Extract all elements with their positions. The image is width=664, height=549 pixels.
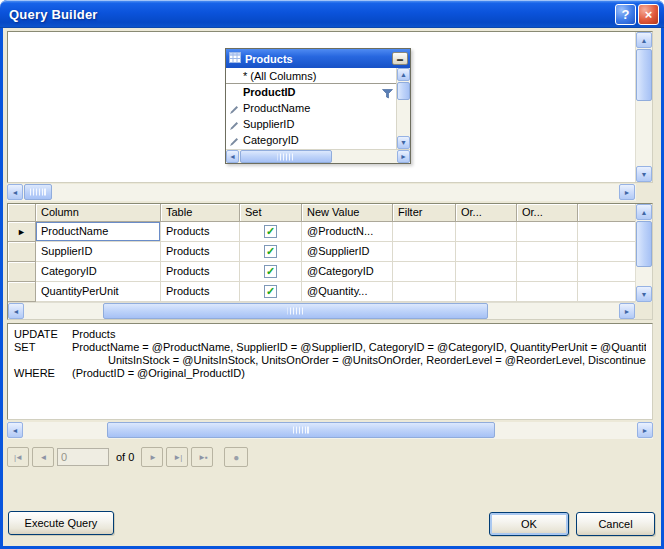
scroll-thumb[interactable] <box>240 150 332 163</box>
scroll-right-button[interactable]: ► <box>619 184 635 200</box>
ok-button[interactable]: OK <box>489 512 569 536</box>
grid-cell-table[interactable]: Products <box>161 282 240 302</box>
grid-horizontal-scrollbar[interactable]: ◄ ► <box>8 302 635 319</box>
diagram-pane[interactable]: Products ▬ * (All Columns) ProductID <box>7 31 653 183</box>
move-previous-button[interactable]: ◄ <box>32 447 54 467</box>
grid-cell-table[interactable]: Products <box>161 222 240 242</box>
scroll-left-button[interactable]: ◄ <box>8 303 24 319</box>
scroll-down-button[interactable]: ▼ <box>397 136 410 149</box>
scroll-thumb[interactable] <box>636 221 652 267</box>
grid-cell-column[interactable]: ProductName <box>36 222 161 242</box>
grid-cell-or1[interactable] <box>456 222 517 242</box>
criteria-grid: Column Table Set New Value Filter Or... … <box>8 204 637 302</box>
scroll-up-button[interactable]: ▲ <box>636 204 652 220</box>
grid-header-column[interactable]: Column <box>36 204 161 222</box>
scroll-up-button[interactable]: ▲ <box>397 68 410 81</box>
table-horizontal-scrollbar[interactable]: ◄ ► <box>226 149 410 163</box>
sql-pane[interactable]: UPDATE Products SET ProductName = @Produ… <box>7 323 653 420</box>
move-next-button[interactable]: ► <box>141 447 163 467</box>
grid-cell-or1[interactable] <box>456 282 517 302</box>
column-item-all-columns[interactable]: * (All Columns) <box>226 68 410 84</box>
grid-cell-new-value[interactable]: @Quantity... <box>302 282 393 302</box>
execute-query-button[interactable]: Execute Query <box>8 511 114 535</box>
scroll-thumb[interactable] <box>397 82 410 100</box>
grid-cell-set[interactable]: ✓ <box>240 262 302 282</box>
move-last-button[interactable]: ►| <box>166 447 188 467</box>
products-table-window[interactable]: Products ▬ * (All Columns) ProductID <box>225 48 411 164</box>
scroll-thumb[interactable] <box>636 49 652 101</box>
grid-cell-column[interactable]: QuantityPerUnit <box>36 282 161 302</box>
set-checkbox[interactable]: ✓ <box>264 285 277 298</box>
cancel-query-button[interactable]: ● <box>224 447 248 467</box>
grid-cell-or2[interactable] <box>517 242 578 262</box>
diagram-horizontal-scrollbar[interactable]: ◄ ► <box>7 184 653 201</box>
grid-cell-set[interactable]: ✓ <box>240 282 302 302</box>
grid-cell-or1[interactable] <box>456 242 517 262</box>
grid-cell-column[interactable]: SupplierID <box>36 242 161 262</box>
scroll-left-button[interactable]: ◄ <box>7 422 23 438</box>
scroll-right-button[interactable]: ► <box>619 303 635 319</box>
scroll-right-button[interactable]: ► <box>637 422 653 438</box>
grid-header-new-value[interactable]: New Value <box>302 204 393 222</box>
row-selector[interactable] <box>8 242 36 262</box>
set-checkbox[interactable]: ✓ <box>264 225 277 238</box>
row-selector[interactable] <box>8 282 36 302</box>
titlebar[interactable]: Query Builder ? × <box>0 0 664 28</box>
grid-cell-or2[interactable] <box>517 262 578 282</box>
grid-cell-set[interactable]: ✓ <box>240 242 302 262</box>
grid-vertical-scrollbar[interactable]: ▲ ▼ <box>635 204 652 302</box>
grid-header-selector[interactable] <box>8 204 36 222</box>
grid-cell-or2[interactable] <box>517 222 578 242</box>
grid-cell-filter[interactable] <box>393 262 456 282</box>
grid-header-table[interactable]: Table <box>161 204 240 222</box>
grid-cell-set[interactable]: ✓ <box>240 222 302 242</box>
scroll-down-button[interactable]: ▼ <box>636 286 652 302</box>
grid-header-or1[interactable]: Or... <box>456 204 517 222</box>
record-position-input[interactable] <box>57 448 109 466</box>
grid-header-filter[interactable]: Filter <box>393 204 456 222</box>
grid-cell-new-value[interactable]: @ProductN... <box>302 222 393 242</box>
scroll-right-button[interactable]: ► <box>397 150 410 163</box>
grid-cell-column[interactable]: CategoryID <box>36 262 161 282</box>
row-selector[interactable] <box>8 262 36 282</box>
grid-cell-new-value[interactable]: @SupplierID <box>302 242 393 262</box>
cancel-button[interactable]: Cancel <box>576 512 655 536</box>
column-item-categoryid[interactable]: CategoryID <box>226 132 410 148</box>
sql-horizontal-scrollbar[interactable]: ◄ ► <box>7 422 653 439</box>
grid-cell-filter[interactable] <box>393 242 456 262</box>
grid-header-filler <box>578 204 637 222</box>
column-item-productid[interactable]: ProductID <box>226 84 410 100</box>
grid-cell-filler <box>578 222 637 242</box>
close-button[interactable]: × <box>638 4 659 25</box>
column-item-supplierid[interactable]: SupplierID <box>226 116 410 132</box>
table-vertical-scrollbar[interactable]: ▲ ▼ <box>396 68 410 149</box>
scroll-up-button[interactable]: ▲ <box>636 32 652 48</box>
arrow-up-icon: ▲ <box>400 71 407 78</box>
move-first-button[interactable]: |◄ <box>7 447 29 467</box>
grid-cell-or2[interactable] <box>517 282 578 302</box>
column-item-productname[interactable]: ProductName <box>226 100 410 116</box>
scroll-thumb[interactable] <box>107 422 495 438</box>
grid-cell-filter[interactable] <box>393 282 456 302</box>
set-checkbox[interactable]: ✓ <box>264 265 277 278</box>
scroll-left-button[interactable]: ◄ <box>7 184 23 200</box>
grid-cell-table[interactable]: Products <box>161 262 240 282</box>
filter-icon <box>382 87 393 100</box>
grid-header-or2[interactable]: Or... <box>517 204 578 222</box>
set-checkbox[interactable]: ✓ <box>264 245 277 258</box>
add-new-button[interactable]: ►▪ <box>191 447 213 467</box>
grid-cell-or1[interactable] <box>456 262 517 282</box>
grid-header-set[interactable]: Set <box>240 204 302 222</box>
collapse-table-button[interactable]: ▬ <box>392 52 408 65</box>
scroll-thumb[interactable] <box>24 184 52 200</box>
products-table-titlebar[interactable]: Products ▬ <box>226 49 410 68</box>
scroll-left-button[interactable]: ◄ <box>226 150 239 163</box>
grid-cell-new-value[interactable]: @CategoryID <box>302 262 393 282</box>
grid-cell-table[interactable]: Products <box>161 242 240 262</box>
help-button[interactable]: ? <box>615 4 636 25</box>
scroll-thumb[interactable] <box>103 303 488 319</box>
scroll-down-button[interactable]: ▼ <box>636 166 652 182</box>
row-selector[interactable]: ► <box>8 222 36 242</box>
grid-cell-filter[interactable] <box>393 222 456 242</box>
diagram-vertical-scrollbar[interactable]: ▲ ▼ <box>635 32 652 182</box>
